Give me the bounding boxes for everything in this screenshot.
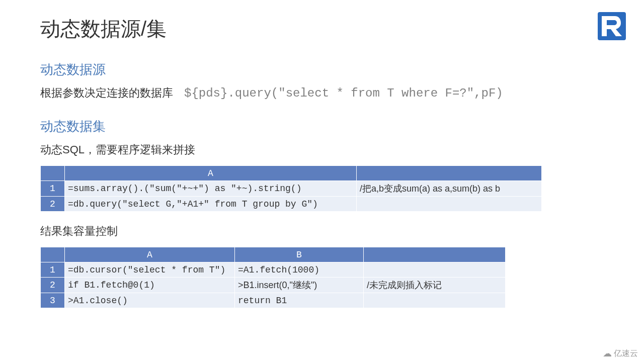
cell-b1: /把a,b变成sum(a) as a,sum(b) as b bbox=[357, 181, 542, 197]
cell-c1 bbox=[364, 262, 506, 278]
cell-c2: /未完成则插入标记 bbox=[364, 278, 506, 293]
table-2-col-c bbox=[364, 247, 506, 262]
table-1-col-a: A bbox=[65, 166, 357, 181]
cell-a1: =db.cursor("select * from T") bbox=[65, 262, 235, 278]
table-1: A 1 =sums.array().("sum("+~+") as "+~).s… bbox=[40, 165, 542, 212]
cell-b1: =A1.fetch(1000) bbox=[235, 262, 364, 278]
row-num: 1 bbox=[41, 181, 65, 197]
cell-a2: if B1.fetch@0(1) bbox=[65, 278, 235, 293]
section-1-heading: 动态数据源 bbox=[40, 61, 604, 78]
cell-b2: >B1.insert(0,"继续") bbox=[235, 278, 364, 293]
table-1-corner bbox=[41, 166, 65, 181]
cloud-icon: ☁ bbox=[603, 348, 612, 359]
row-num: 2 bbox=[41, 197, 65, 212]
cell-c3 bbox=[364, 293, 506, 308]
table-row: 1 =sums.array().("sum("+~+") as "+~).str… bbox=[41, 181, 542, 197]
table-row: 2 if B1.fetch@0(1) >B1.insert(0,"继续") /未… bbox=[41, 278, 506, 293]
row-num: 3 bbox=[41, 293, 65, 308]
cell-a3: >A1.close() bbox=[65, 293, 235, 308]
section-3-desc: 结果集容量控制 bbox=[40, 224, 604, 239]
table-1-col-b bbox=[357, 166, 542, 181]
table-row: 2 =db.query("select G,"+A1+" from T grou… bbox=[41, 197, 542, 212]
cell-b3: return B1 bbox=[235, 293, 364, 308]
section-1-desc: 根据参数决定连接的数据库 bbox=[40, 85, 173, 101]
table-row: 3 >A1.close() return B1 bbox=[41, 293, 506, 308]
section-2-heading: 动态数据集 bbox=[40, 118, 604, 135]
section-2-desc: 动态SQL，需要程序逻辑来拼接 bbox=[40, 142, 604, 157]
table-row: 1 =db.cursor("select * from T") =A1.fetc… bbox=[41, 262, 506, 278]
cell-a2: =db.query("select G,"+A1+" from T group … bbox=[65, 197, 357, 212]
table-2-corner bbox=[41, 247, 65, 262]
row-num: 2 bbox=[41, 278, 65, 293]
section-1-code: ${pds}.query("select * from T where F=?"… bbox=[184, 86, 503, 100]
table-2-col-b: B bbox=[235, 247, 364, 262]
watermark: ☁ 亿速云 bbox=[603, 348, 638, 359]
table-2: A B 1 =db.cursor("select * from T") =A1.… bbox=[40, 247, 506, 308]
row-num: 1 bbox=[41, 262, 65, 278]
svg-rect-1 bbox=[602, 16, 607, 36]
table-2-col-a: A bbox=[65, 247, 235, 262]
slide-title: 动态数据源/集 bbox=[40, 15, 604, 43]
watermark-text: 亿速云 bbox=[614, 348, 638, 359]
brand-logo bbox=[598, 12, 626, 40]
cell-a1: =sums.array().("sum("+~+") as "+~).strin… bbox=[65, 181, 357, 197]
cell-b2 bbox=[357, 197, 542, 212]
